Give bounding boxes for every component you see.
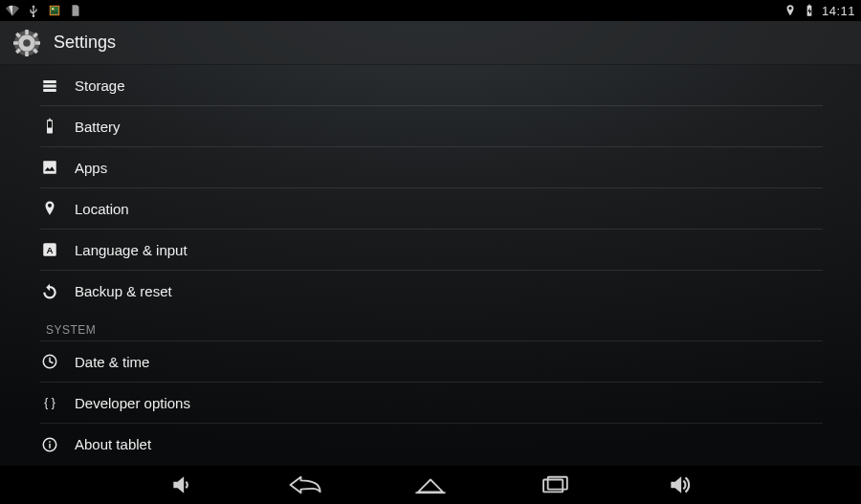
- svg-point-2: [52, 8, 54, 10]
- settings-item-label: Date & time: [75, 354, 149, 370]
- status-bar: 14:11: [0, 0, 861, 21]
- dev-icon: { }: [40, 393, 59, 412]
- svg-rect-8: [35, 41, 40, 45]
- svg-point-13: [23, 39, 31, 47]
- nav-home-button[interactable]: [409, 471, 452, 498]
- navigation-bar: [0, 466, 861, 504]
- nav-volume-down-button[interactable]: [161, 471, 203, 498]
- settings-item-label: Battery: [75, 119, 121, 135]
- settings-item-label: Apps: [75, 160, 107, 176]
- location-icon: [40, 199, 59, 218]
- settings-item-label: Storage: [75, 77, 125, 94]
- svg-rect-5: [25, 30, 29, 34]
- location-status-icon: [784, 4, 797, 17]
- svg-rect-24: [49, 443, 51, 448]
- svg-rect-6: [25, 52, 29, 56]
- settings-item-storage[interactable]: Storage: [40, 65, 823, 106]
- clock-icon: [40, 352, 59, 371]
- nav-back-button[interactable]: [285, 471, 327, 498]
- language-icon: A: [40, 240, 59, 259]
- settings-item-battery[interactable]: Battery: [40, 106, 823, 147]
- battery-icon: [40, 117, 59, 136]
- svg-rect-16: [43, 89, 56, 92]
- settings-list-container: Storage Battery Apps Location A Language: [0, 65, 861, 466]
- svg-rect-15: [43, 84, 56, 87]
- settings-item-location[interactable]: Location: [40, 188, 823, 230]
- usb-icon: [27, 4, 40, 17]
- settings-item-backup[interactable]: Backup & reset: [40, 271, 823, 312]
- battery-status-icon: [803, 4, 816, 17]
- section-header-system: SYSTEM: [40, 312, 823, 341]
- settings-gear-icon: [11, 28, 42, 58]
- svg-rect-25: [49, 441, 51, 443]
- svg-rect-7: [13, 41, 18, 45]
- about-icon: [40, 435, 59, 454]
- settings-item-label: About tablet: [75, 436, 151, 452]
- settings-item-label: Backup & reset: [75, 283, 172, 299]
- svg-rect-18: [43, 161, 56, 174]
- settings-item-apps[interactable]: Apps: [40, 147, 823, 188]
- settings-item-developer[interactable]: { } Developer options: [40, 383, 823, 424]
- svg-text:A: A: [46, 245, 53, 255]
- svg-text:{ }: { }: [44, 396, 55, 409]
- nav-volume-up-button[interactable]: [658, 471, 700, 498]
- backup-icon: [40, 282, 59, 301]
- page-title: Settings: [54, 33, 116, 53]
- apps-icon: [40, 158, 59, 177]
- sd-status-icon: [69, 4, 82, 17]
- wifi-icon: [6, 4, 19, 17]
- settings-item-label: Location: [75, 201, 129, 217]
- nav-recents-button[interactable]: [534, 471, 576, 498]
- action-bar: Settings: [0, 21, 861, 65]
- status-clock: 14:11: [822, 4, 855, 18]
- settings-item-about[interactable]: About tablet: [40, 424, 823, 465]
- settings-item-label: Language & input: [75, 242, 188, 258]
- svg-rect-17: [48, 121, 52, 128]
- settings-item-language[interactable]: A Language & input: [40, 230, 823, 271]
- settings-item-datetime[interactable]: Date & time: [40, 341, 823, 383]
- settings-item-label: Developer options: [75, 395, 190, 411]
- svg-rect-14: [43, 80, 56, 83]
- gallery-status-icon: [48, 4, 61, 17]
- storage-icon: [40, 77, 59, 96]
